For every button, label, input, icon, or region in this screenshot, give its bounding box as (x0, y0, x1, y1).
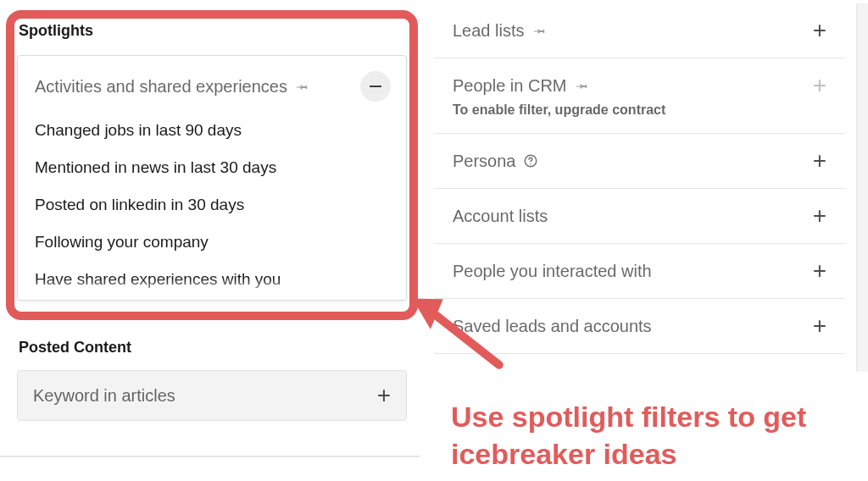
spotlight-options-list: Changed jobs in last 90 days Mentioned i… (23, 108, 401, 298)
activities-panel-title: Activities and shared experiences (35, 77, 287, 97)
spotlight-option[interactable]: Changed jobs in last 90 days (23, 112, 401, 149)
left-filter-column: Spotlights Activities and shared experie… (0, 0, 420, 481)
plus-icon: + (813, 259, 826, 283)
filter-label: Persona (453, 152, 516, 171)
pin-icon (296, 80, 309, 93)
filter-row-persona[interactable]: Persona + (434, 133, 845, 189)
annotation-arrow (403, 275, 513, 385)
posted-content-section: Posted Content Keyword in articles + (17, 339, 407, 421)
spotlight-option[interactable]: Posted on linkedin in 30 days (23, 186, 401, 224)
minus-icon (370, 86, 381, 87)
section-divider (0, 456, 420, 457)
collapse-button[interactable] (360, 71, 391, 102)
filter-row-people-in-crm: People in CRM + To enable filter, upgrad… (434, 58, 845, 134)
annotation-caption: Use spotlight filters to get icebreaker … (451, 398, 858, 473)
adjacent-column-peek (856, 3, 868, 372)
filter-label: People in CRM (453, 76, 567, 96)
filter-row-lead-lists[interactable]: Lead lists + (434, 0, 845, 58)
pin-icon (576, 79, 589, 92)
spotlight-option[interactable]: Following your company (23, 224, 401, 261)
pin-icon (533, 24, 547, 37)
spotlight-option[interactable]: Mentioned in news in last 30 days (23, 149, 401, 186)
plus-icon: + (813, 149, 826, 173)
filter-label: Keyword in articles (33, 386, 175, 406)
activities-panel: Activities and shared experiences Change… (17, 55, 407, 301)
spotlight-option[interactable]: Have shared experiences with you (23, 261, 401, 298)
posted-content-title: Posted Content (17, 339, 407, 357)
plus-icon: + (813, 314, 826, 338)
filter-label: Lead lists (453, 21, 525, 41)
filter-sublabel: To enable filter, upgrade contract (453, 102, 826, 118)
spotlights-title: Spotlights (17, 22, 407, 40)
keyword-in-articles-filter[interactable]: Keyword in articles + (17, 370, 407, 421)
svg-point-1 (530, 163, 531, 165)
plus-icon: + (813, 204, 826, 228)
help-circle-icon[interactable] (523, 153, 538, 169)
filter-row-account-lists[interactable]: Account lists + (434, 188, 845, 244)
activities-panel-header[interactable]: Activities and shared experiences (23, 71, 401, 108)
plus-icon: + (813, 19, 826, 42)
plus-icon: + (377, 384, 391, 407)
plus-icon: + (813, 74, 826, 97)
filter-label: Account lists (453, 207, 548, 226)
spotlights-section: Spotlights Activities and shared experie… (17, 22, 407, 301)
